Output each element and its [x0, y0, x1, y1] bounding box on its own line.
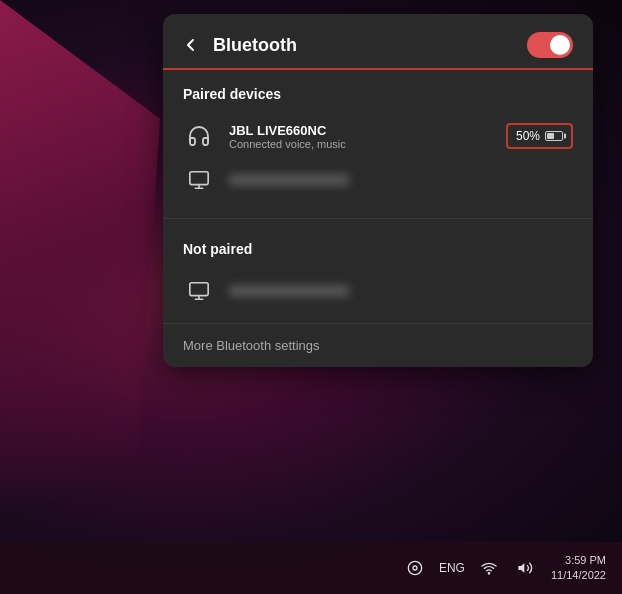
paired-devices-title: Paired devices [183, 86, 573, 102]
more-bluetooth-settings-link[interactable]: More Bluetooth settings [163, 323, 593, 367]
blurred-device-name-2 [229, 285, 349, 297]
back-button[interactable] [179, 33, 203, 57]
taskbar-clock[interactable]: 3:59 PM 11/14/2022 [545, 551, 612, 586]
battery-badge: 50% [506, 123, 573, 149]
bluetooth-panel: Bluetooth Paired devices JBL LIVE660NC C… [163, 14, 593, 367]
bluetooth-toggle[interactable] [527, 32, 573, 58]
device-icon-blurred2 [183, 275, 215, 307]
svg-point-8 [488, 573, 489, 574]
headphones-icon [183, 120, 215, 152]
svg-point-6 [408, 561, 421, 574]
jbl-device-status: Connected voice, music [229, 138, 492, 150]
device-icon-blurred1 [183, 164, 215, 196]
language-indicator[interactable]: ENG [435, 559, 469, 577]
battery-body [545, 131, 563, 141]
paired-devices-section: Paired devices JBL LIVE660NC Connected v… [163, 70, 593, 212]
section-divider [163, 218, 593, 219]
panel-header: Bluetooth [163, 14, 593, 70]
taskbar-time-value: 3:59 PM [551, 553, 606, 568]
taskbar-date-value: 11/14/2022 [551, 568, 606, 583]
volume-icon[interactable] [509, 552, 541, 584]
not-paired-section: Not paired [163, 225, 593, 323]
battery-percentage: 50% [516, 129, 540, 143]
wifi-icon[interactable] [473, 552, 505, 584]
security-icon[interactable] [399, 552, 431, 584]
taskbar: ENG 3:59 PM 11/14/2022 [0, 542, 622, 594]
device-row-blurred1[interactable] [183, 158, 573, 202]
svg-marker-9 [518, 563, 524, 572]
header-left: Bluetooth [179, 33, 297, 57]
battery-icon [545, 131, 563, 141]
device-row-jbl[interactable]: JBL LIVE660NC Connected voice, music 50% [183, 114, 573, 158]
not-paired-title: Not paired [183, 241, 573, 257]
device-row-blurred2[interactable] [183, 269, 573, 313]
svg-point-7 [413, 566, 417, 570]
battery-fill [547, 133, 554, 139]
jbl-device-info: JBL LIVE660NC Connected voice, music [229, 123, 492, 150]
jbl-device-name: JBL LIVE660NC [229, 123, 492, 138]
svg-rect-3 [190, 283, 208, 296]
blurred-device-name-1 [229, 174, 349, 186]
svg-rect-0 [190, 172, 208, 185]
toggle-thumb [550, 35, 570, 55]
panel-title: Bluetooth [213, 35, 297, 56]
